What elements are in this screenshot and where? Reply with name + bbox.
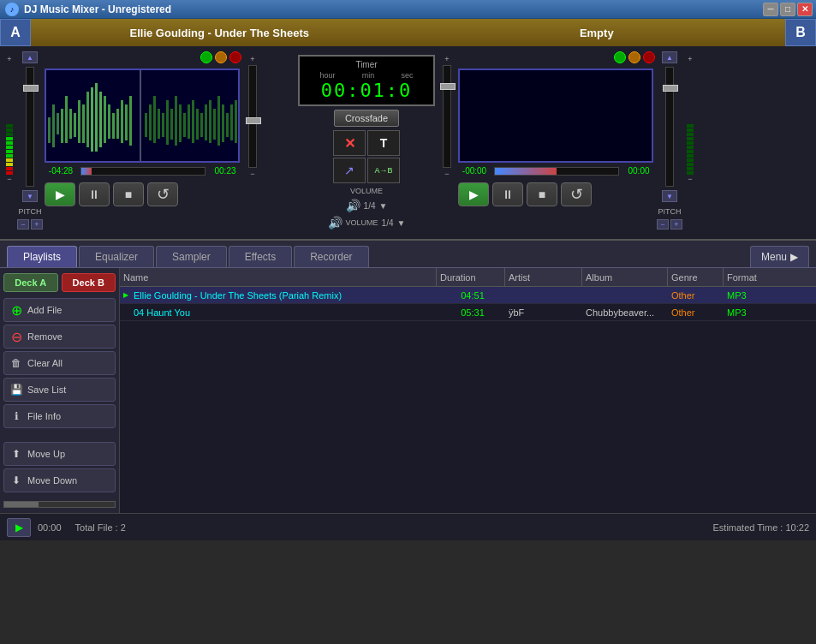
svg-rect-9 — [86, 92, 89, 147]
add-file-button[interactable]: ⊕ Add File — [3, 298, 116, 322]
reload-button-b[interactable]: ↺ — [561, 182, 592, 206]
cf-btn-3[interactable]: ↗ — [333, 158, 366, 183]
deck-area: A Ellie Goulding - Under The Sheets Empt… — [0, 19, 816, 241]
pitch-control-b: ▲ ▼ PITCH − + — [658, 51, 682, 234]
dot-green-a[interactable] — [200, 51, 212, 63]
tab-recorder[interactable]: Recorder — [294, 246, 368, 267]
pitch-minus-a[interactable]: − — [17, 219, 29, 230]
vol-icon-b[interactable]: 🔊 — [328, 216, 342, 230]
tab-equalizer[interactable]: Equalizer — [79, 246, 154, 267]
crossfade-button[interactable]: Crossfade — [334, 110, 399, 127]
dot-red-a[interactable] — [229, 51, 241, 63]
pitch-up-b[interactable]: ▲ — [662, 51, 677, 63]
tab-sampler[interactable]: Sampler — [156, 246, 227, 267]
col-header-album[interactable]: Album — [582, 268, 668, 286]
play-button-bottom[interactable]: ▶ — [7, 518, 31, 537]
time-remaining-a: -04:28 — [45, 166, 77, 176]
min-label: min — [362, 71, 375, 80]
transport-row-b: ▶ ⏸ ■ ↺ — [458, 182, 655, 206]
svg-rect-31 — [188, 104, 190, 139]
pitch-plus-a[interactable]: + — [31, 219, 43, 230]
dot-orange-a[interactable] — [215, 51, 227, 63]
pause-button-b[interactable]: ⏸ — [492, 182, 523, 206]
stop-button-a[interactable]: ■ — [113, 182, 144, 206]
volume-thumb-b[interactable] — [440, 83, 456, 90]
svg-rect-15 — [112, 113, 115, 139]
col-header-duration[interactable]: Duration — [437, 268, 505, 286]
pitch-minus-b[interactable]: − — [657, 219, 669, 230]
dot-orange-b[interactable] — [628, 51, 640, 63]
col-header-format[interactable]: Format — [724, 268, 771, 286]
cf-btn-1[interactable]: ✕ — [333, 130, 366, 156]
svg-rect-19 — [129, 96, 132, 146]
play-button-a[interactable]: ▶ — [45, 182, 75, 206]
col-header-genre[interactable]: Genre — [668, 268, 724, 286]
tab-effects[interactable]: Effects — [229, 246, 292, 267]
pitch-down-a[interactable]: ▼ — [22, 190, 38, 202]
pitch-label-b: PITCH — [658, 207, 682, 216]
table-row[interactable]: ▶ 04 Haunt You 05:31 ÿbF Chubbybeaver...… — [120, 304, 816, 321]
progress-bar-b[interactable] — [494, 167, 619, 176]
col-header-artist[interactable]: Artist — [505, 268, 582, 286]
clear-icon: 🗑 — [9, 356, 23, 370]
deck-b-select[interactable]: Deck B — [62, 273, 116, 292]
meter-minus-b: − — [688, 175, 692, 183]
pitch-track-a[interactable] — [26, 67, 34, 187]
waveform-area-b: -00:00 00:00 ▶ ⏸ ■ ↺ — [458, 51, 655, 234]
menu-arrow-icon: ▶ — [790, 251, 798, 263]
pitch-up-a[interactable]: ▲ — [22, 51, 38, 63]
maximize-button[interactable]: □ — [780, 3, 795, 16]
deck-a-track: Ellie Goulding - Under The Sheets — [31, 27, 408, 39]
col-header-name[interactable]: Name — [120, 268, 437, 286]
vol-icon-a[interactable]: 🔊 — [346, 199, 360, 212]
remove-button[interactable]: ⊖ Remove — [3, 325, 116, 349]
app-icon: ♪ — [5, 3, 19, 16]
stop-button-b[interactable]: ■ — [527, 182, 557, 206]
tab-playlists[interactable]: Playlists — [7, 246, 77, 267]
pitch-down-b[interactable]: ▼ — [662, 190, 677, 202]
volume-track-b[interactable] — [443, 65, 451, 168]
waveform-canvas-b[interactable] — [458, 69, 653, 163]
svg-rect-16 — [116, 109, 119, 139]
status-estimated-time: Estimated Time : 10:22 — [713, 522, 810, 533]
vol-dropdown-b[interactable]: ▼ — [397, 218, 406, 228]
file-album-1 — [582, 287, 668, 303]
pitch-track-b[interactable] — [665, 67, 674, 187]
svg-rect-8 — [82, 104, 85, 143]
cf-btn-4[interactable]: A→B — [367, 158, 400, 183]
svg-rect-18 — [125, 104, 128, 140]
volume-thumb-a[interactable] — [246, 117, 261, 124]
file-info-button[interactable]: ℹ File Info — [3, 404, 116, 428]
track-header: A Ellie Goulding - Under The Sheets Empt… — [0, 19, 816, 46]
move-down-button[interactable]: ⬇ Move Down — [3, 468, 116, 492]
sidebar-scrollbar[interactable] — [3, 501, 116, 508]
clear-all-button[interactable]: 🗑 Clear All — [3, 351, 116, 375]
pause-button-a[interactable]: ⏸ — [79, 182, 110, 206]
cf-btn-2[interactable]: T — [367, 130, 400, 156]
deck-row: + − ▲ — [0, 46, 816, 239]
vol-dropdown[interactable]: ▼ — [379, 201, 388, 211]
dot-green-b[interactable] — [614, 51, 626, 63]
pitch-thumb-a[interactable] — [23, 85, 39, 92]
save-list-button[interactable]: 💾 Save List — [3, 378, 116, 402]
dot-red-b[interactable] — [643, 51, 655, 63]
pitch-thumb-b[interactable] — [663, 85, 678, 92]
progress-bar-a[interactable] — [80, 167, 205, 176]
table-row[interactable]: ▶ Ellie Goulding - Under The Sheets (Par… — [120, 287, 816, 304]
play-button-b[interactable]: ▶ — [458, 182, 489, 206]
svg-rect-33 — [196, 109, 199, 140]
save-icon: 💾 — [9, 383, 23, 397]
minimize-button[interactable]: ─ — [763, 3, 778, 16]
content-area: Deck A Deck B ⊕ Add File ⊖ Remove 🗑 Clea… — [0, 267, 816, 513]
file-area: Name Duration Artist Album Genre Format … — [120, 268, 816, 513]
deck-a-select[interactable]: Deck A — [3, 273, 58, 292]
scroll-thumb[interactable] — [4, 502, 39, 507]
waveform-canvas-a[interactable] — [45, 69, 240, 163]
move-up-button[interactable]: ⬆ Move Up — [3, 442, 116, 466]
menu-button[interactable]: Menu ▶ — [750, 246, 809, 267]
volume-track-a[interactable] — [248, 65, 257, 168]
close-button[interactable]: ✕ — [797, 3, 813, 16]
pitch-plus-b[interactable]: + — [670, 219, 682, 230]
transport-row-a: ▶ ⏸ ■ ↺ — [45, 182, 241, 206]
reload-button-a[interactable]: ↺ — [147, 182, 178, 206]
